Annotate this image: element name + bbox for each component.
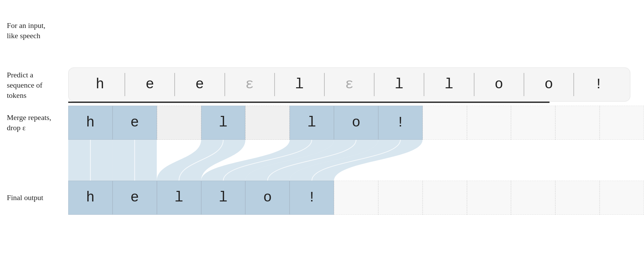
token-border-2 [156,102,200,103]
token-cell-1: e [125,73,175,96]
tokens-row: Predict asequence oftokens heeεlεlloo! [0,65,644,106]
labels-column: Merge repeats,drop ε Final output [0,106,68,215]
token-cell-2: e [175,73,225,96]
token-cell-9: o [524,73,574,96]
final-cell-5: ! [290,181,334,215]
token-border-6 [331,102,375,103]
final-cell-6 [334,181,378,215]
merge-cell-2 [157,106,201,140]
final-label: Final output [7,181,68,215]
tokens-label: Predict asequence oftokens [0,70,68,100]
speech-label: For an input,like speech [0,20,68,41]
token-border-5 [287,102,331,103]
merge-cell-10 [511,106,555,140]
waveform-svg [68,9,644,53]
token-border-10 [506,102,550,103]
merge-cell-12 [600,106,644,140]
token-cell-8: o [474,73,524,96]
final-cell-7 [378,181,423,215]
speech-row: For an input,like speech [0,7,644,55]
main-container: For an input,like speech Predict asequen… [0,0,644,222]
merge-cell-4 [245,106,290,140]
final-grid-row: hello! [68,181,644,215]
merge-label: Merge repeats,drop ε [7,106,68,140]
token-border-0 [68,102,112,103]
connector-svg [68,140,644,181]
grids-column: hello! hello! [68,106,644,215]
merge-cell-3: l [201,106,246,140]
merge-cell-1: e [113,106,157,140]
waveform-container [68,9,644,53]
final-cell-11 [555,181,600,215]
token-sequence: heeεlεlloo! [75,73,623,96]
final-cell-1: e [113,181,157,215]
token-border-11 [550,102,593,103]
token-cell-6: l [375,73,424,96]
merge-cell-0: h [68,106,113,140]
final-cell-2: l [157,181,201,215]
merge-cell-9 [467,106,511,140]
merge-cell-5: l [290,106,334,140]
token-border-9 [462,102,506,103]
token-border-4 [243,102,287,103]
token-border-1 [112,102,156,103]
merge-cell-11 [555,106,600,140]
connectors [68,140,644,181]
merge-cell-6: o [334,106,378,140]
token-border-3 [200,102,243,103]
token-cell-7: l [424,73,474,96]
token-border-7 [375,102,418,103]
final-cell-9 [467,181,511,215]
bottom-rows: Merge repeats,drop ε Final output hello!… [0,106,644,215]
merge-cell-8 [423,106,467,140]
final-cell-10 [511,181,555,215]
merge-grid-row: hello! [68,106,644,140]
token-border-12 [594,102,637,103]
token-cell-3: ε [225,73,275,96]
token-border-8 [419,102,462,103]
token-cell-4: l [275,73,325,96]
final-cell-8 [423,181,467,215]
token-cell-10: ! [574,73,623,96]
final-cell-3: l [201,181,246,215]
final-cell-0: h [68,181,113,215]
final-cell-4: o [245,181,290,215]
token-cell-0: h [75,73,125,96]
final-cell-12 [600,181,644,215]
merge-cell-7: ! [378,106,423,140]
token-box: heeεlεlloo! [68,67,630,102]
token-cell-5: ε [325,73,375,96]
